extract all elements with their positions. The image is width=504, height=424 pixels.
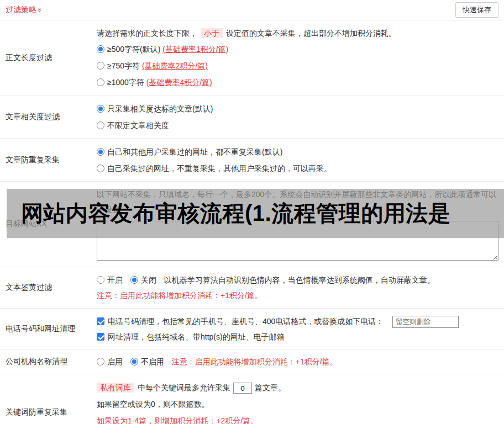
keyword-limit-input[interactable] [233,383,252,394]
dedup-option-self-only[interactable]: 自己采集过的网址，不重复采集，其他用户采集过的，可以再采。 [97,160,498,177]
radio-unchecked-icon [97,78,104,86]
radio-checked-icon [97,105,104,113]
radio-checked-icon [97,148,104,156]
radio-unchecked-icon [97,165,104,172]
row-label-content-length: 正文长度过滤 [0,20,97,95]
row-label-dedup: 文章防重复采集 [0,139,97,181]
porn-filter-off-option[interactable]: 关闭 [130,272,156,288]
row-dedup-collection: 文章防重复采集 自己和其他用户采集过的网址，都不重复采集(默认) 自己采集过的网… [0,138,504,181]
keyword-limit-suffix: 篇文章。 [255,383,286,392]
row-label-keyword-dedup: 关键词防重复采集 [0,374,97,424]
radio-checked-icon [97,45,104,53]
length-option-750[interactable]: ≥750字符 (基础费率2积分/篇) [97,57,498,74]
length-option-1000[interactable]: ≥1000字符 (基础费率4积分/篇) [97,74,498,91]
filter-settings-page: 过滤策略» 快速保存 正文长度过滤 请选择需求的正文长度下限，小于设定值的文章不… [0,0,504,424]
radio-checked-icon [130,358,138,365]
radio-unchecked-icon [97,62,104,70]
keyword-note-cost: 如果设为1-4篇，则增加积分消耗：+2积分/篇。 [97,412,498,424]
intro-post: 设定值的文章不采集，超出部分不增加积分消耗。 [226,29,396,38]
radio-unchecked-icon [97,121,104,129]
phone-clean-checkbox[interactable]: 电话号码清理，包括常见的手机号、座机号、400电话格式，或替换成如下电话： [97,314,384,329]
radio-unchecked-icon [97,276,104,284]
option-label: ≥750字符 [107,61,140,70]
keyword-note-unlimited: 如果留空或设为0，则不限篇数。 [97,396,498,412]
option-label: ≥1000字符 [107,78,144,87]
option-label: 电话号码清理，包括常见的手机号、座机号、400电话格式，或替换成如下电话： [108,317,384,326]
checkbox-checked-icon [97,333,104,341]
company-clean-off-option[interactable]: 不启用 [130,354,164,369]
watermark-text: 网站内容发布审核流程(1.流程管理的用法是 [7,198,450,229]
watermark-overlay: 网站内容发布审核流程(1.流程管理的用法是 [7,189,504,238]
row-label-phone-url: 电话号码和网址清理 [0,309,97,349]
replacement-phone-input[interactable] [392,316,459,328]
row-relevance-filter: 文章相关度过滤 只采集相关度达标的文章(默认) 不限定文章相关度 [0,95,504,138]
row-phone-url-clean: 电话号码和网址清理 电话号码清理，包括常见的手机号、座机号、400电话格式，或替… [0,308,504,349]
quick-save-button[interactable]: 快速保存 [455,2,498,18]
checkbox-checked-icon [97,317,104,325]
row-company-clean: 公司机构名称清理 启用 不启用 注意：启用此功能将增加积分消耗：+1积分/篇。 [0,349,504,374]
row-label-relevance: 文章相关度过滤 [0,96,97,138]
private-lexicon-chip: 私有词库 [97,383,134,393]
radio-checked-icon [130,276,138,284]
dedup-option-all-users[interactable]: 自己和其他用户采集过的网址，都不重复采集(默认) [97,144,498,160]
option-label: ≥500字符(默认) [107,45,160,54]
relevance-option-strict[interactable]: 只采集相关度达标的文章(默认) [97,100,498,117]
topbar: 过滤策略» 快速保存 [0,0,504,20]
less-than-chip: 小于 [201,28,223,38]
radio-unchecked-icon [97,358,104,365]
porn-filter-desc: 以机器学习算法自动识别色情内容，当色情概率达到系统阈值，自动屏蔽文章。 [164,275,435,284]
company-clean-warning: 注意：启用此功能将增加积分消耗：+1积分/篇。 [172,357,338,366]
option-note: (基础费率4积分/篇) [146,78,212,87]
relevance-option-any[interactable]: 不限定文章相关度 [97,117,498,134]
page-title-text: 过滤策略 [6,5,36,14]
option-label: 启用 [107,357,123,366]
keyword-limit-text: 中每个关键词最多允许采集 [138,383,230,392]
row-keyword-dedup: 关键词防重复采集 私有词库中每个关键词最多允许采集篇文章。 如果留空或设为0，则… [0,374,504,424]
option-label: 开启 [107,275,123,284]
length-option-500[interactable]: ≥500字符(默认) (基础费率1积分/篇) [97,41,498,57]
row-label-company-clean: 公司机构名称清理 [0,349,97,374]
company-clean-on-option[interactable]: 启用 [97,354,123,369]
page-title[interactable]: 过滤策略» [6,5,42,15]
row-content-length-filter: 正文长度过滤 请选择需求的正文长度下限，小于设定值的文章不采集，超出部分不增加积… [0,20,504,95]
option-label: 网址清理，包括纯域名、带http(s)的网址、电子邮箱 [108,332,285,341]
row-label-porn-filter: 文本鉴黄过滤 [0,267,97,308]
row-porn-filter: 文本鉴黄过滤 开启 关闭 以机器学习算法自动识别色情内容，当色情概率达到系统阈值… [0,267,504,308]
option-note: (基础费率1积分/篇) [162,45,228,54]
porn-filter-on-option[interactable]: 开启 [97,272,123,288]
option-label: 只采集相关度达标的文章(默认) [107,104,213,113]
chevron-down-icon: » [36,8,44,12]
option-label: 自己采集过的网址，不重复采集，其他用户采集过的，可以再采。 [107,164,332,173]
option-label: 不限定文章相关度 [107,121,169,130]
option-label: 关闭 [141,275,156,284]
option-note: (基础费率2积分/篇) [142,61,208,70]
intro-pre: 请选择需求的正文长度下限， [97,29,197,38]
option-label: 不启用 [141,357,164,366]
option-label: 自己和其他用户采集过的网址，都不重复采集(默认) [107,147,282,156]
porn-filter-warning: 注意：启用此功能将增加积分消耗：+1积分/篇。 [97,288,498,303]
url-clean-checkbox[interactable]: 网址清理，包括纯域名、带http(s)的网址、电子邮箱 [97,329,285,344]
content-length-intro: 请选择需求的正文长度下限，小于设定值的文章不采集，超出部分不增加积分消耗。 [97,25,498,41]
